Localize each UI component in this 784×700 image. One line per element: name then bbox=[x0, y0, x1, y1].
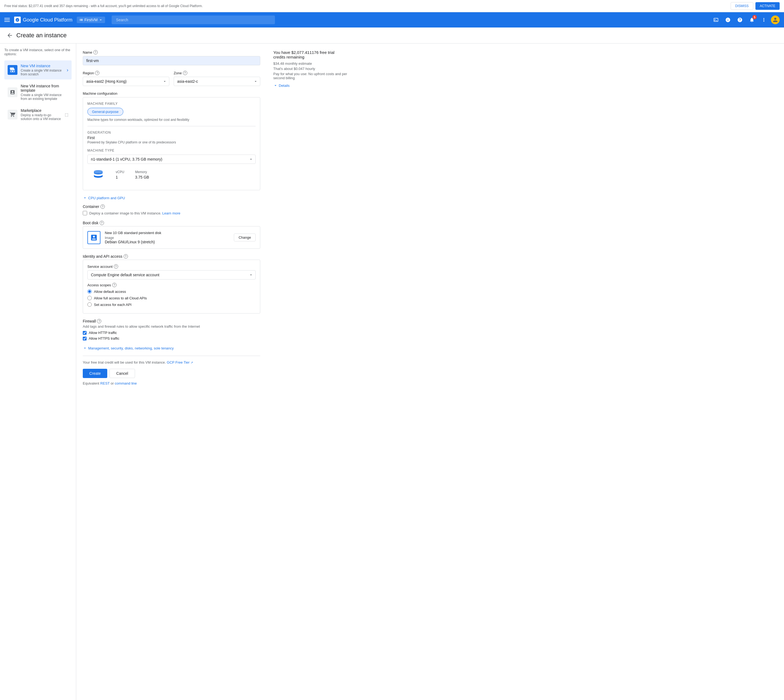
disk-title: New 10 GB standard persistent disk bbox=[105, 231, 230, 235]
radio-full-access: Allow full access to all Cloud APIs bbox=[87, 296, 255, 300]
create-button[interactable]: Create bbox=[83, 369, 107, 378]
disk-info: New 10 GB standard persistent disk Image… bbox=[105, 231, 230, 244]
back-button[interactable] bbox=[7, 32, 13, 38]
firewall-https-row: Allow HTTPS traffic bbox=[83, 337, 260, 340]
sidebar-item-vm-template[interactable]: New VM instance from template Create a s… bbox=[4, 80, 72, 104]
disk-icon bbox=[87, 231, 100, 244]
sidebar-item-marketplace[interactable]: Marketplace Deploy a ready-to-go solutio… bbox=[4, 105, 72, 124]
cancel-button[interactable]: Cancel bbox=[109, 369, 135, 378]
disk-image-label: Image bbox=[105, 236, 230, 240]
dismiss-button[interactable]: DISMISS bbox=[731, 2, 753, 10]
rest-link[interactable]: REST bbox=[100, 381, 109, 385]
chevron-down-icon bbox=[83, 196, 87, 200]
sidebar-desc: To create a VM instance, select one of t… bbox=[4, 48, 72, 56]
sidebar-item-new-vm-text: New VM instance Create a single VM insta… bbox=[21, 64, 63, 76]
activate-button[interactable]: ACTIVATE bbox=[756, 2, 780, 10]
pricing-title: You have $2,077.411176 free trial credit… bbox=[273, 50, 347, 59]
machine-type-select[interactable]: n1-standard-1 (1 vCPU, 3.75 GB memory) bbox=[87, 155, 255, 164]
form-section: Name ? Region ? asia-east2 (Hong Kong) bbox=[76, 43, 267, 700]
container-header: Container ? bbox=[83, 204, 260, 209]
firewall-http-row: Allow HTTP traffic bbox=[83, 331, 260, 335]
vcpu-value: 1 bbox=[116, 175, 124, 179]
project-dropdown-icon bbox=[98, 18, 103, 22]
boot-disk-help-icon[interactable]: ? bbox=[100, 221, 104, 225]
machine-family-label: Machine family bbox=[87, 102, 255, 106]
learn-more-link[interactable]: Learn more bbox=[162, 211, 180, 215]
brand: Google Cloud Platform bbox=[14, 17, 72, 23]
identity-help-icon[interactable]: ? bbox=[123, 254, 128, 258]
equivalent-links: Equivalent REST or command line bbox=[83, 381, 260, 385]
sidebar-item-template-text: New VM instance from template Create a s… bbox=[21, 84, 68, 101]
firewall-header: Firewall ? bbox=[83, 319, 260, 323]
content-area: Name ? Region ? asia-east2 (Hong Kong) bbox=[76, 43, 784, 700]
project-name: FirstVM bbox=[84, 18, 97, 22]
banner-text: Free trial status: $2,077.41 credit and … bbox=[4, 4, 203, 8]
project-selector[interactable]: FirstVM bbox=[77, 17, 105, 23]
radio-default-access: Allow default access bbox=[87, 289, 255, 294]
hamburger-menu[interactable] bbox=[4, 18, 10, 22]
firewall-http-checkbox[interactable] bbox=[83, 331, 87, 335]
command-line-link[interactable]: command line bbox=[115, 381, 137, 385]
radio-default-access-input[interactable] bbox=[87, 289, 92, 294]
region-zone-row: Region ? asia-east2 (Hong Kong) Zone ? a… bbox=[83, 71, 260, 92]
firewall-http-label: Allow HTTP traffic bbox=[89, 331, 117, 335]
help-icon[interactable] bbox=[735, 15, 745, 25]
zone-help-icon[interactable]: ? bbox=[183, 71, 187, 75]
marketplace-icon bbox=[8, 110, 17, 120]
cpu-gpu-toggle[interactable]: CPU platform and GPU bbox=[83, 196, 260, 200]
name-input[interactable] bbox=[83, 56, 260, 65]
service-account-label: Service account ? bbox=[87, 264, 255, 268]
general-purpose-chip[interactable]: General-purpose bbox=[87, 108, 123, 116]
sidebar-item-marketplace-text: Marketplace Deploy a ready-to-go solutio… bbox=[21, 108, 62, 121]
zone-select[interactable]: asia-east2-c bbox=[173, 77, 260, 86]
container-help-icon[interactable]: ? bbox=[100, 204, 105, 209]
notifications-icon[interactable]: 5 bbox=[747, 15, 757, 25]
cloud-shell-icon[interactable] bbox=[711, 15, 721, 25]
region-help-icon[interactable]: ? bbox=[95, 71, 99, 75]
free-trial-banner: Free trial status: $2,077.41 credit and … bbox=[0, 0, 784, 12]
sidebar-item-new-vm[interactable]: New VM instance Create a single VM insta… bbox=[4, 60, 72, 80]
banner-actions: DISMISS ACTIVATE bbox=[731, 2, 780, 10]
access-scopes-help-icon[interactable]: ? bbox=[112, 283, 117, 287]
firewall-help-icon[interactable]: ? bbox=[97, 319, 101, 323]
service-account-help-icon[interactable]: ? bbox=[114, 264, 118, 268]
more-options-icon[interactable] bbox=[759, 15, 769, 25]
name-help-icon[interactable]: ? bbox=[93, 50, 98, 55]
container-checkbox[interactable] bbox=[83, 211, 87, 215]
memory-resource: Memory 3.75 GB bbox=[135, 170, 149, 179]
name-label: Name ? bbox=[83, 50, 260, 55]
container-group: Container ? Deploy a container image to … bbox=[83, 204, 260, 215]
pricing-panel: You have $2,077.411176 free trial credit… bbox=[267, 43, 354, 700]
management-toggle[interactable]: Management, security, disks, networking,… bbox=[83, 346, 260, 350]
disk-image-value: Debian GNU/Linux 9 (stretch) bbox=[105, 240, 230, 244]
radio-each-api-input[interactable] bbox=[87, 302, 92, 307]
radio-full-access-label: Allow full access to all Cloud APIs bbox=[94, 296, 147, 300]
pricing-monthly: $34.48 monthly estimate bbox=[273, 62, 347, 66]
region-select[interactable]: asia-east2 (Hong Kong) bbox=[83, 77, 169, 86]
firewall-https-checkbox[interactable] bbox=[83, 337, 87, 340]
vcpu-label: vCPU bbox=[116, 170, 124, 174]
brand-name: Google Cloud Platform bbox=[23, 17, 72, 23]
avatar[interactable] bbox=[771, 15, 780, 24]
memory-label: Memory bbox=[135, 170, 149, 174]
radio-full-access-input[interactable] bbox=[87, 296, 92, 300]
page-title: Create an instance bbox=[16, 32, 67, 39]
details-link[interactable]: Details bbox=[273, 83, 347, 88]
zone-label: Zone ? bbox=[173, 71, 260, 75]
search-input[interactable] bbox=[112, 15, 275, 24]
service-account-select[interactable]: Compute Engine default service account bbox=[87, 270, 255, 280]
gcp-free-tier-link[interactable]: GCP Free Tier bbox=[167, 360, 190, 365]
topnav: Google Cloud Platform FirstVM 5 bbox=[0, 12, 784, 27]
main-layout: To create a VM instance, select one of t… bbox=[0, 43, 784, 700]
info-icon[interactable] bbox=[723, 15, 733, 25]
machine-config-group: Machine configuration Machine family Gen… bbox=[83, 92, 260, 190]
name-group: Name ? bbox=[83, 50, 260, 65]
pricing-billing-info: Pay for what you use: No upfront costs a… bbox=[273, 72, 347, 80]
firewall-https-label: Allow HTTPS traffic bbox=[89, 337, 119, 340]
chevron-down-icon-2 bbox=[83, 346, 87, 350]
boot-disk-box: New 10 GB standard persistent disk Image… bbox=[83, 226, 260, 249]
topnav-icons: 5 bbox=[711, 15, 780, 25]
change-boot-disk-button[interactable]: Change bbox=[234, 233, 255, 242]
generation-label: Generation bbox=[87, 131, 255, 135]
svg-point-0 bbox=[15, 18, 19, 22]
